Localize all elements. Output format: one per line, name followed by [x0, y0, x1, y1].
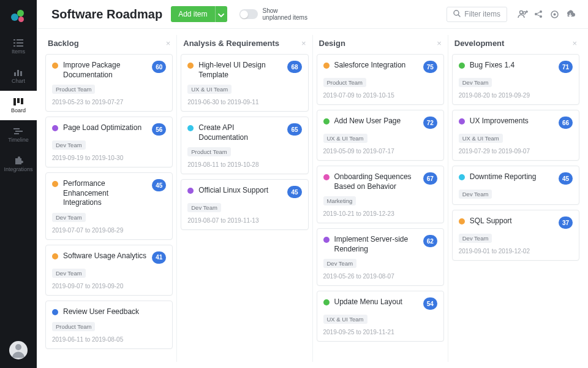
card-dates: 2019-08-11 to 2019-10-28 — [187, 161, 301, 168]
card[interactable]: Update Menu Layout54UX & UI Team2019-09-… — [317, 291, 444, 342]
toggle-label: Show unplanned items — [263, 7, 307, 21]
category-swatch — [459, 174, 465, 180]
category-swatch — [52, 125, 58, 131]
card-header-row: SQL Support37 — [459, 217, 573, 229]
card-dates: 2019-06-30 to 2019-09-11 — [187, 99, 301, 105]
card-header-row: Salesforce Integration75 — [323, 61, 437, 73]
card-header-row: Create API Documentation65 — [187, 123, 301, 142]
share-icon[interactable] — [532, 7, 545, 21]
card-dates: 2019-09-25 to 2019-11-21 — [323, 329, 437, 335]
filter-input[interactable]: Filter items — [447, 7, 507, 22]
category-swatch — [323, 174, 330, 180]
card-dates: 2019-05-09 to 2019-07-17 — [323, 148, 437, 155]
column-title: Backlog — [48, 39, 79, 48]
puzzle-icon — [13, 156, 24, 165]
column-header: Development× — [452, 35, 579, 54]
cards-list: High-level UI Design Template68UX & UI T… — [181, 54, 308, 230]
nav-timeline[interactable]: Timeline — [0, 120, 37, 150]
score-badge: 71 — [559, 61, 573, 73]
main: Software Roadmap Add item Show unplanned… — [37, 0, 588, 368]
settings-icon[interactable] — [548, 7, 561, 21]
card[interactable]: Software Usage Analytics41Dev Team2019-0… — [45, 245, 173, 296]
card[interactable]: Bug Fixes 1.471Dev Team2019-08-20 to 201… — [452, 54, 579, 105]
score-badge: 72 — [423, 117, 437, 129]
score-badge: 45 — [152, 179, 166, 191]
column-title: Development — [454, 39, 505, 48]
card[interactable]: SQL Support37Dev Team2019-09-01 to 2019-… — [452, 210, 579, 261]
card-header-row: Add New User Page72 — [323, 117, 437, 129]
card-header-row: Review User Feedback — [52, 307, 166, 317]
add-item-dropdown[interactable] — [215, 6, 227, 22]
card[interactable]: Review User FeedbackProduct Team2019-06-… — [45, 301, 173, 349]
card-title: Page Load Optimization — [63, 123, 148, 133]
category-swatch — [459, 218, 465, 224]
card-dates: 2019-09-01 to 2019-12-02 — [459, 248, 573, 255]
team-chip: UX & UI Team — [323, 315, 368, 324]
svg-rect-1 — [17, 39, 23, 40]
board-column: Backlog×Improve Package Documentation60P… — [42, 35, 177, 362]
card[interactable]: Add New User Page72UX & UI Team2019-05-0… — [317, 110, 444, 161]
category-swatch — [52, 63, 58, 69]
card-title: Improve Package Documentation — [63, 61, 148, 80]
board-icon — [13, 98, 24, 106]
cards-list: Improve Package Documentation60Product T… — [45, 54, 173, 349]
board-column: Development×Bug Fixes 1.471Dev Team2019-… — [448, 35, 583, 362]
nav-items[interactable]: Items — [0, 32, 37, 61]
card-title: Update Menu Layout — [334, 297, 420, 307]
close-icon[interactable]: × — [572, 39, 577, 48]
card-header-row: Downtime Reporting45 — [459, 172, 573, 185]
nav-board[interactable]: Board — [0, 91, 37, 120]
card[interactable]: Improve Package Documentation60Product T… — [45, 54, 173, 112]
card-dates: 2019-05-26 to 2019-08-07 — [323, 273, 437, 280]
card-header-row: Bug Fixes 1.471 — [459, 61, 573, 73]
card[interactable]: Salesforce Integration75Product Team2019… — [317, 54, 444, 105]
add-item-button-group: Add item — [171, 6, 227, 22]
card[interactable]: Create API Documentation65Product Team20… — [181, 117, 308, 174]
score-badge: 68 — [287, 61, 301, 73]
card-title: Onboarding Sequences Based on Behavior — [334, 172, 420, 191]
chevron-down-icon — [218, 9, 224, 20]
category-swatch — [187, 125, 194, 131]
card[interactable]: High-level UI Design Template68UX & UI T… — [181, 54, 308, 112]
svg-rect-6 — [14, 72, 16, 76]
close-icon[interactable]: × — [437, 39, 442, 48]
category-swatch — [52, 253, 58, 259]
close-icon[interactable]: × — [301, 39, 306, 48]
user-avatar[interactable] — [9, 341, 28, 359]
category-swatch — [52, 309, 58, 315]
show-unplanned-toggle[interactable] — [239, 9, 258, 19]
category-swatch — [52, 181, 58, 187]
card-title: High-level UI Design Template — [198, 61, 284, 80]
nav-chart[interactable]: Chart — [0, 61, 37, 91]
card[interactable]: Performance Enhancement Integrations45De… — [45, 172, 173, 240]
card[interactable]: UX Improvements66UX & UI Team2019-07-29 … — [452, 110, 579, 161]
card[interactable]: Onboarding Sequences Based on Behavior67… — [317, 166, 444, 223]
sidebar: Items Chart Board Timeline Integrations — [0, 0, 37, 368]
svg-rect-8 — [20, 71, 22, 76]
team-chip: Dev Team — [52, 140, 86, 150]
svg-rect-14 — [14, 133, 19, 134]
close-icon[interactable]: × — [166, 39, 171, 48]
add-people-icon[interactable] — [516, 7, 529, 21]
team-chip: Marketing — [323, 196, 356, 205]
filter-placeholder: Filter items — [464, 10, 500, 18]
board: Backlog×Improve Package Documentation60P… — [37, 29, 588, 368]
card[interactable]: Downtime Reporting45Dev Team — [452, 166, 579, 205]
card-title: Downtime Reporting — [470, 172, 555, 182]
score-badge: 75 — [423, 61, 437, 73]
team-chip: Dev Team — [459, 234, 492, 243]
add-item-button[interactable]: Add item — [171, 6, 214, 22]
card[interactable]: Implement Server-side Rendering62Dev Tea… — [317, 228, 444, 286]
category-swatch — [459, 118, 465, 125]
card[interactable]: Official Linux Support45Dev Team2019-08-… — [181, 179, 308, 230]
board-column: Analysis & Requirements×High-level UI De… — [177, 35, 312, 362]
card-title: UX Improvements — [470, 117, 555, 126]
app: Items Chart Board Timeline Integrations — [0, 0, 588, 368]
svg-rect-9 — [13, 98, 16, 105]
score-badge: 56 — [152, 123, 166, 136]
page-title: Software Roadmap — [51, 7, 162, 21]
card[interactable]: Page Load Optimization56Dev Team2019-09-… — [45, 117, 173, 167]
score-badge: 37 — [559, 217, 573, 229]
nav-integrations[interactable]: Integrations — [0, 150, 37, 179]
download-icon[interactable] — [564, 7, 577, 21]
